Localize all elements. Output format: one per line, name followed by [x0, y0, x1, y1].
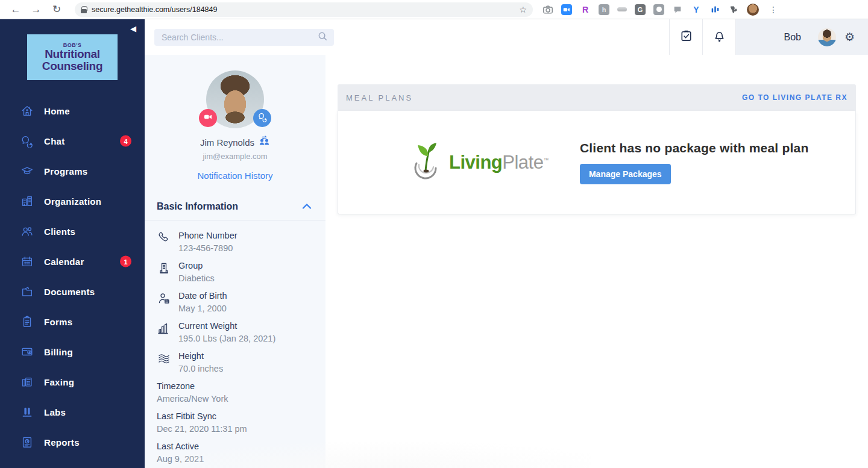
- field-phone-number: Phone Number 123-456-7890: [157, 229, 313, 260]
- user-section[interactable]: Bob ⚙: [735, 19, 868, 55]
- gray-extension-icon[interactable]: h: [599, 4, 609, 15]
- address-bar[interactable]: secure.gethealthie.com/users/184849 ☆: [75, 2, 533, 17]
- layers-icon: [157, 350, 172, 380]
- clock-extension-icon[interactable]: [653, 4, 664, 15]
- r-extension-icon[interactable]: R: [580, 4, 591, 15]
- sidebar-item-documents[interactable]: Documents: [0, 276, 145, 307]
- sidebar-item-faxing[interactable]: Faxing: [0, 367, 145, 397]
- field-value: 70.0 inches: [178, 363, 223, 375]
- clipboard-check-icon: [679, 29, 693, 45]
- sidebar-item-forms[interactable]: Forms: [0, 307, 145, 337]
- org-logo[interactable]: BOB'S Nutritional Counseling: [27, 34, 118, 80]
- field-value: May 1, 2000: [178, 302, 227, 315]
- app: ◀ BOB'S Nutritional Counseling Home: [0, 19, 868, 468]
- sidebar-item-label: Reports: [44, 437, 80, 448]
- user-avatar[interactable]: [818, 28, 836, 46]
- field-value: Diabetics: [178, 272, 215, 285]
- zoom-extension-icon[interactable]: [561, 4, 572, 15]
- basic-information-title: Basic Information: [157, 201, 238, 212]
- field-current-weight: Current Weight 195.0 Lbs (Jan 28, 2021): [157, 320, 313, 350]
- field-label: Group: [178, 260, 215, 272]
- client-name: Jim Reynolds: [200, 137, 254, 148]
- browser-reload-icon[interactable]: ↻: [49, 4, 64, 14]
- org-logo-line1: Nutritional: [45, 48, 100, 60]
- graduation-cap-icon: [20, 164, 34, 178]
- chat-extension-icon[interactable]: [672, 4, 683, 15]
- field-last-fitbit-sync: Last Fitbit Sync Dec 21, 2020 11:31 pm: [157, 410, 313, 440]
- field-group: Group Diabetics: [157, 260, 313, 290]
- sidebar-item-reports[interactable]: Reports: [0, 427, 145, 457]
- sidebar-item-label: Chat: [44, 136, 65, 146]
- search-bar[interactable]: [154, 29, 334, 46]
- browser-forward-icon[interactable]: →: [29, 4, 43, 14]
- field-value: Dec 21, 2020 11:31 pm: [157, 423, 247, 435]
- lock-icon: [81, 6, 87, 13]
- go-to-living-plate-link[interactable]: GO TO LIVING PLATE RX: [742, 93, 848, 102]
- org-logo-line2: Counseling: [42, 60, 102, 72]
- extension-toolbar: R h G Y ⋮: [542, 4, 780, 16]
- living-plate-wordmark: LivingPlate™: [449, 152, 549, 173]
- sidebar-item-label: Programs: [44, 166, 87, 176]
- field-value: 123-456-7890: [178, 242, 237, 255]
- sidebar-item-labs[interactable]: Labs: [0, 397, 145, 427]
- meal-plans-body: LivingPlate™ Client has no package with …: [338, 111, 856, 214]
- client-email: jim@example.com: [145, 152, 326, 161]
- sidebar-item-programs[interactable]: Programs: [0, 156, 145, 186]
- extensions-puzzle-icon[interactable]: [728, 4, 739, 15]
- disc-extension-icon[interactable]: [617, 7, 627, 11]
- manage-packages-button[interactable]: Manage Packages: [580, 164, 671, 184]
- tasks-button[interactable]: [669, 19, 702, 55]
- screen: ← → ↻ secure.gethealthie.com/users/18484…: [0, 0, 868, 468]
- field-date-of-birth: Date of Birth May 1, 2000: [157, 290, 313, 320]
- meal-plan-message-block: Client has no package with meal plan Man…: [580, 141, 808, 184]
- no-package-message: Client has no package with meal plan: [580, 141, 808, 155]
- browser-profile-avatar[interactable]: [747, 4, 759, 16]
- gear-icon[interactable]: ⚙: [844, 31, 855, 43]
- sidebar-item-clients[interactable]: Clients: [0, 216, 145, 246]
- sidebar-item-organization[interactable]: Organization: [0, 186, 145, 216]
- browser-menu-icon[interactable]: ⋮: [767, 5, 780, 14]
- field-last-active: Last Active Aug 9, 2021: [157, 440, 313, 468]
- chat-icon: [20, 134, 34, 148]
- browser-chrome: ← → ↻ secure.gethealthie.com/users/18484…: [0, 0, 868, 19]
- chat-badge: 4: [120, 136, 131, 147]
- url-text[interactable]: secure.gethealthie.com/users/184849: [92, 5, 514, 14]
- sidebar-item-label: Labs: [44, 407, 66, 417]
- y-extension-icon[interactable]: Y: [691, 4, 702, 15]
- people-icon: [20, 224, 34, 239]
- sidebar-item-label: Clients: [44, 226, 75, 237]
- home-icon: [20, 104, 34, 118]
- message-client-button[interactable]: [253, 109, 271, 127]
- bookmark-star-icon[interactable]: ☆: [519, 5, 527, 14]
- referral-people-icon[interactable]: [259, 136, 270, 149]
- bell-icon: [712, 29, 726, 45]
- video-camera-icon: [203, 112, 213, 124]
- user-name[interactable]: Bob: [784, 32, 800, 43]
- camera-extension-icon[interactable]: [542, 4, 553, 15]
- sidebar-item-home[interactable]: Home: [0, 96, 145, 126]
- sidebar-item-billing[interactable]: Billing: [0, 337, 145, 367]
- sidebar-item-chat[interactable]: Chat 4: [0, 126, 145, 156]
- sidebar-item-label: Documents: [44, 287, 95, 297]
- bars-extension-icon[interactable]: [709, 4, 720, 15]
- chevron-up-icon[interactable]: [301, 201, 312, 212]
- field-label: Timezone: [157, 380, 228, 393]
- browser-back-icon[interactable]: ←: [8, 4, 23, 14]
- chat-bubble-icon: [257, 112, 268, 125]
- client-avatar-wrap: [206, 70, 264, 128]
- report-chart-icon: [20, 435, 34, 449]
- sidebar-collapse-icon[interactable]: ◀: [130, 24, 136, 33]
- clipboard-icon: [20, 314, 34, 329]
- g-extension-icon[interactable]: G: [635, 4, 646, 15]
- notifications-button[interactable]: [702, 19, 735, 55]
- search-icon[interactable]: [317, 31, 328, 44]
- basic-information-header[interactable]: Basic Information: [145, 201, 326, 212]
- basic-information-fields: Phone Number 123-456-7890 Group Diabetic…: [145, 220, 326, 468]
- app-header: Bob ⚙: [145, 19, 868, 55]
- person-calendar-icon: [157, 290, 172, 320]
- notification-history-link[interactable]: Notification History: [145, 170, 326, 181]
- sidebar-item-calendar[interactable]: Calendar 1: [0, 246, 145, 276]
- video-call-button[interactable]: [199, 109, 217, 127]
- search-input[interactable]: [162, 33, 317, 42]
- billing-card-icon: [20, 345, 34, 359]
